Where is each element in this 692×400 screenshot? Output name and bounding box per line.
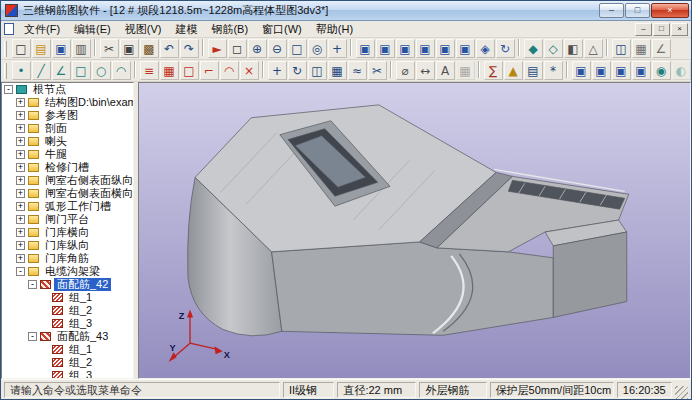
view-rotate-button[interactable]: ↻ (496, 39, 515, 58)
rebar-sum-button[interactable]: ∑ (484, 61, 503, 80)
expand-toggle-icon[interactable]: + (16, 176, 25, 185)
draw-rect-button[interactable]: □ (72, 61, 91, 80)
viewport-3d[interactable]: Z Y X (138, 82, 691, 379)
capture-view-button[interactable]: ◐ (672, 61, 691, 80)
tree-item[interactable]: +弧形工作门槽 (2, 200, 133, 213)
select-arrow-button[interactable]: ► (208, 39, 227, 58)
menu-item-1[interactable]: 文件(F) (17, 21, 67, 38)
expand-toggle-icon[interactable]: - (4, 85, 13, 94)
rotate-tool-button[interactable]: ↻ (288, 61, 307, 80)
view-nw-iso-button[interactable]: ▣ (592, 61, 611, 80)
view-se-iso-button[interactable]: ▣ (612, 61, 631, 80)
tree-item[interactable]: +门库横向 (2, 226, 133, 239)
expand-toggle-icon[interactable]: + (16, 189, 25, 198)
draw-arc-button[interactable]: ◠ (112, 61, 131, 80)
expand-toggle-icon[interactable]: + (16, 254, 25, 263)
tree-item[interactable]: +闸室右侧表面横向 (2, 187, 133, 200)
menu-item-2[interactable]: 编辑(E) (67, 21, 118, 38)
tree-item[interactable]: 组_2 (2, 356, 133, 369)
draw-point-button[interactable]: • (12, 61, 31, 80)
paste-button[interactable]: ▩ (140, 39, 159, 58)
view-left-button[interactable]: ▣ (436, 39, 455, 58)
expand-toggle-icon[interactable]: + (16, 111, 25, 120)
rebar-arc-button[interactable]: ◠ (220, 61, 239, 80)
minimize-button[interactable]: – (599, 3, 624, 18)
tree-item[interactable]: +结构图D:\bin\example (2, 96, 133, 109)
mdi-restore-button[interactable]: □ (653, 23, 670, 36)
view-right-button[interactable]: ▣ (456, 39, 475, 58)
tree-item[interactable]: +参考图 (2, 109, 133, 122)
rebar-straight-button[interactable]: ≡ (140, 61, 159, 80)
expand-toggle-icon[interactable]: + (16, 137, 25, 146)
mdi-minimize-button[interactable]: – (635, 23, 652, 36)
rebar-export-button[interactable]: ▲ (504, 61, 523, 80)
tree-item[interactable]: +门库角筋 (2, 252, 133, 265)
view-front-button[interactable]: ▣ (356, 39, 375, 58)
expand-toggle-icon[interactable]: + (16, 98, 25, 107)
menu-item-7[interactable]: 帮助(H) (309, 21, 360, 38)
offset-tool-button[interactable]: ≈ (348, 61, 367, 80)
rebar-mesh-button[interactable]: ▦ (160, 61, 179, 80)
expand-toggle-icon[interactable]: + (16, 215, 25, 224)
zoom-in-button[interactable]: ⊕ (248, 39, 267, 58)
close-button[interactable]: × (651, 3, 689, 18)
save-file-button[interactable]: ▣ (52, 39, 71, 58)
expand-toggle-icon[interactable]: + (16, 228, 25, 237)
tree-item[interactable]: +闸门平台 (2, 213, 133, 226)
expand-toggle-icon[interactable]: - (28, 332, 37, 341)
pan-button[interactable]: + (328, 39, 347, 58)
mirror-tool-button[interactable]: ◫ (308, 61, 327, 80)
draw-circle-button[interactable]: ○ (92, 61, 111, 80)
array-tool-button[interactable]: ▦ (328, 61, 347, 80)
tree-item[interactable]: 组_3 (2, 369, 133, 379)
tree-item[interactable]: +剖面 (2, 122, 133, 135)
draw-polyline-button[interactable]: ∠ (52, 61, 71, 80)
tree-item[interactable]: 组_2 (2, 304, 133, 317)
view-top-button[interactable]: ▣ (396, 39, 415, 58)
shaded-mode-button[interactable]: ◆ (524, 39, 543, 58)
view-iso-button[interactable]: ◈ (476, 39, 495, 58)
undo-button[interactable]: ↶ (160, 39, 179, 58)
measure-tool-button[interactable]: ⌀ (396, 61, 415, 80)
table-tool-button[interactable]: ▦ (456, 61, 475, 80)
toolbar-grip[interactable] (4, 63, 7, 79)
tree-item[interactable]: -根节点 (2, 83, 133, 96)
new-file-button[interactable]: □ (12, 39, 31, 58)
menu-item-4[interactable]: 建模 (168, 21, 204, 38)
select-box-button[interactable]: ◻ (228, 39, 247, 58)
print-button[interactable]: ▥ (72, 39, 91, 58)
expand-toggle-icon[interactable]: - (16, 267, 25, 276)
maximize-button[interactable]: □ (625, 3, 650, 18)
menu-item-5[interactable]: 钢筋(B) (204, 21, 255, 38)
view-ne-iso-button[interactable]: ▣ (572, 61, 591, 80)
zoom-out-button[interactable]: ⊖ (268, 39, 287, 58)
tree-item[interactable]: 组_1 (2, 291, 133, 304)
menu-item-3[interactable]: 视图(V) (118, 21, 169, 38)
cut-button[interactable]: ✂ (100, 39, 119, 58)
tree-item[interactable]: 组_1 (2, 343, 133, 356)
command-prompt[interactable]: 请输入命令或选取菜单命令 (4, 382, 280, 398)
view-bottom-button[interactable]: ▣ (416, 39, 435, 58)
expand-toggle-icon[interactable]: + (16, 124, 25, 133)
tree-item[interactable]: -面配筋_42 (2, 278, 133, 291)
perspective-mode-button[interactable]: △ (584, 39, 603, 58)
tree-item[interactable]: +检修门槽 (2, 161, 133, 174)
snap-toggle-button[interactable]: ∠ (652, 39, 671, 58)
hidden-line-mode-button[interactable]: ◧ (564, 39, 583, 58)
copy-button[interactable]: ▣ (120, 39, 139, 58)
model-tree-toggle-button[interactable]: ◫ (612, 39, 631, 58)
resize-grip[interactable] (675, 386, 688, 399)
tree-item[interactable]: -面配筋_43 (2, 330, 133, 343)
tree-item[interactable]: +牛腿 (2, 148, 133, 161)
mdi-close-button[interactable]: × (671, 23, 688, 36)
tree-item[interactable]: -电缆沟架梁 (2, 265, 133, 278)
expand-toggle-icon[interactable]: + (16, 202, 25, 211)
redo-button[interactable]: ↷ (180, 39, 199, 58)
render-view-button[interactable]: ◉ (652, 61, 671, 80)
move-tool-button[interactable]: + (268, 61, 287, 80)
wireframe-mode-button[interactable]: ◇ (544, 39, 563, 58)
rebar-stirrup-button[interactable]: □ (180, 61, 199, 80)
expand-toggle-icon[interactable]: + (16, 150, 25, 159)
dimension-tool-button[interactable]: ↔ (416, 61, 435, 80)
expand-toggle-icon[interactable]: + (16, 163, 25, 172)
